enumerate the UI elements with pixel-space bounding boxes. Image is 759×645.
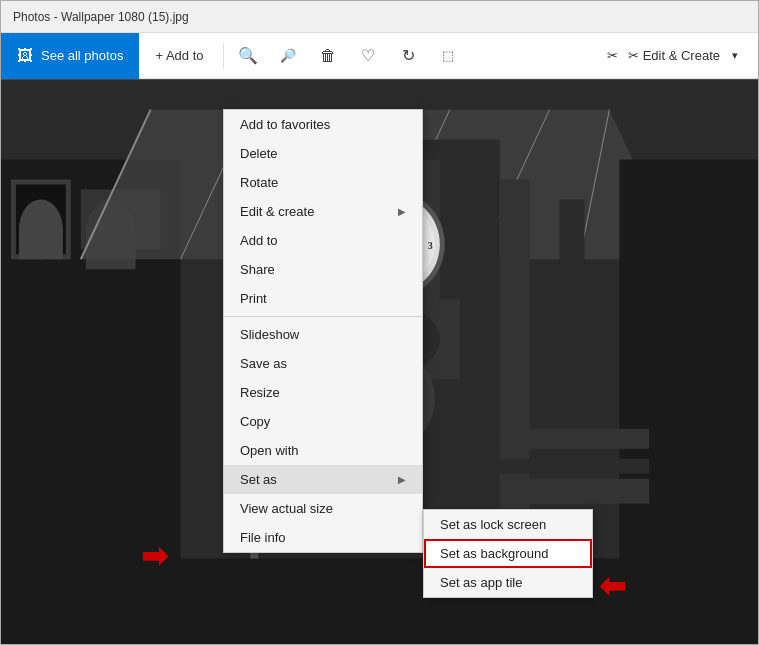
menu-item-share[interactable]: Share	[224, 255, 422, 284]
main-content: 12 3 6 9 🦅 ANTWERPEN ➡ ⬅	[1, 79, 758, 645]
submenu-label-set-as-app-tile: Set as app tile	[440, 575, 522, 590]
menu-label-edit-create: Edit & create	[240, 204, 314, 219]
submenu-set-as: Set as lock screen Set as background Set…	[423, 509, 593, 598]
menu-item-save-as[interactable]: Save as	[224, 349, 422, 378]
favorites-button[interactable]: ♡	[348, 33, 388, 79]
submenu-item-set-as-lock-screen[interactable]: Set as lock screen	[424, 510, 592, 539]
menu-label-file-info: File info	[240, 530, 286, 545]
submenu-item-set-as-background[interactable]: Set as background	[424, 539, 592, 568]
toolbar-separator-1	[223, 43, 224, 69]
menu-label-slideshow: Slideshow	[240, 327, 299, 342]
crop-button[interactable]: ⬚	[428, 33, 468, 79]
menu-item-rotate[interactable]: Rotate	[224, 168, 422, 197]
menu-label-resize: Resize	[240, 385, 280, 400]
menu-label-view-actual-size: View actual size	[240, 501, 333, 516]
zoom-out-icon: 🔎	[280, 48, 296, 63]
see-all-button[interactable]: 🖼 See all photos	[1, 33, 139, 79]
menu-label-share: Share	[240, 262, 275, 277]
menu-item-copy[interactable]: Copy	[224, 407, 422, 436]
photos-icon: 🖼	[17, 47, 33, 65]
menu-item-set-as[interactable]: Set as ▶	[224, 465, 422, 494]
zoom-out-button[interactable]: 🔎	[268, 33, 308, 79]
rotate-icon: ↻	[402, 46, 415, 65]
svg-rect-6	[19, 229, 63, 259]
see-all-label: See all photos	[41, 48, 123, 63]
menu-label-save-as: Save as	[240, 356, 287, 371]
rotate-button[interactable]: ↻	[388, 33, 428, 79]
svg-text:3: 3	[428, 240, 433, 251]
submenu-label-set-as-background: Set as background	[440, 546, 548, 561]
menu-label-open-with: Open with	[240, 443, 299, 458]
menu-item-view-actual-size[interactable]: View actual size	[224, 494, 422, 523]
zoom-in-icon: 🔍	[238, 46, 258, 65]
chevron-down-icon: ▾	[732, 49, 738, 62]
add-to-label: + Add to	[155, 48, 203, 63]
delete-button[interactable]: 🗑	[308, 33, 348, 79]
menu-separator-1	[224, 316, 422, 317]
crop-icon: ⬚	[442, 48, 454, 63]
delete-icon: 🗑	[320, 47, 336, 65]
heart-icon: ♡	[361, 46, 375, 65]
svg-rect-41	[500, 429, 650, 449]
svg-rect-43	[500, 479, 650, 504]
menu-label-add-to: Add to	[240, 233, 278, 248]
menu-label-add-to-favorites: Add to favorites	[240, 117, 330, 132]
submenu-item-set-as-app-tile[interactable]: Set as app tile	[424, 568, 592, 597]
edit-create-button[interactable]: ✂ ✂ Edit & Create ▾	[595, 33, 750, 79]
menu-item-resize[interactable]: Resize	[224, 378, 422, 407]
menu-item-edit-create[interactable]: Edit & create ▶	[224, 197, 422, 226]
chevron-right-set-as-icon: ▶	[398, 474, 406, 485]
toolbar-right: ✂ ✂ Edit & Create ▾	[595, 33, 758, 79]
arrow-indicator-left: ➡	[141, 537, 168, 575]
menu-item-add-to-favorites[interactable]: Add to favorites	[224, 110, 422, 139]
menu-label-print: Print	[240, 291, 267, 306]
toolbar: 🖼 See all photos + Add to 🔍 🔎 🗑 ♡ ↻ ⬚ ✂ …	[1, 33, 758, 79]
menu-label-set-as: Set as	[240, 472, 277, 487]
chevron-right-icon: ▶	[398, 206, 406, 217]
scissors-icon: ✂	[607, 48, 618, 63]
menu-item-slideshow[interactable]: Slideshow	[224, 320, 422, 349]
menu-label-delete: Delete	[240, 146, 278, 161]
zoom-in-button[interactable]: 🔍	[228, 33, 268, 79]
submenu-label-set-as-lock-screen: Set as lock screen	[440, 517, 546, 532]
title-text: Photos - Wallpaper 1080 (15).jpg	[13, 10, 189, 24]
add-to-button[interactable]: + Add to	[139, 33, 219, 79]
menu-item-open-with[interactable]: Open with	[224, 436, 422, 465]
menu-item-delete[interactable]: Delete	[224, 139, 422, 168]
menu-label-copy: Copy	[240, 414, 270, 429]
menu-item-file-info[interactable]: File info	[224, 523, 422, 552]
title-bar: Photos - Wallpaper 1080 (15).jpg	[1, 1, 758, 33]
arrow-indicator-right: ⬅	[599, 567, 626, 605]
menu-label-rotate: Rotate	[240, 175, 278, 190]
edit-create-label: ✂ Edit & Create	[628, 48, 720, 63]
menu-item-add-to[interactable]: Add to	[224, 226, 422, 255]
menu-item-print[interactable]: Print	[224, 284, 422, 313]
context-menu: Add to favorites Delete Rotate Edit & cr…	[223, 109, 423, 553]
svg-rect-42	[500, 459, 650, 474]
svg-rect-40	[1, 558, 758, 645]
